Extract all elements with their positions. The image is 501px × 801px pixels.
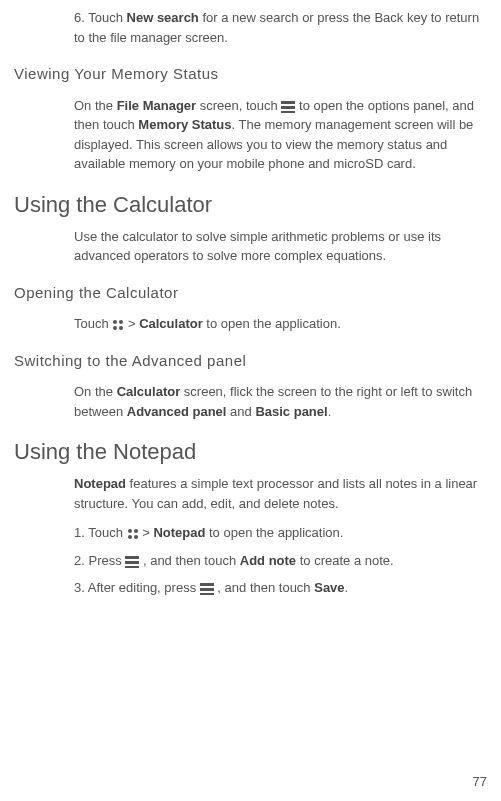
list-item-3: 3. After editing, press , and then touch… bbox=[74, 578, 487, 598]
svg-rect-13 bbox=[125, 566, 139, 568]
svg-point-9 bbox=[128, 535, 132, 539]
paragraph: Notepad features a simple text processor… bbox=[74, 474, 487, 513]
paragraph: Use the calculator to solve simple arith… bbox=[74, 227, 487, 266]
menu-icon bbox=[281, 101, 295, 113]
svg-point-3 bbox=[113, 320, 117, 324]
svg-point-4 bbox=[119, 320, 123, 324]
svg-rect-15 bbox=[200, 588, 214, 591]
svg-rect-1 bbox=[281, 106, 295, 109]
text: to open the application. bbox=[203, 316, 341, 331]
svg-rect-11 bbox=[125, 556, 139, 559]
list-item-1: 1. Touch > Notepad to open the applicati… bbox=[74, 523, 487, 543]
bold-text: Add note bbox=[240, 553, 296, 568]
menu-icon bbox=[125, 556, 139, 568]
bold-text: File Manager bbox=[117, 98, 196, 113]
heading-viewing-memory: Viewing Your Memory Status bbox=[14, 63, 487, 86]
text: , and then touch bbox=[214, 580, 314, 595]
text: screen, touch bbox=[196, 98, 281, 113]
bold-text: New search bbox=[127, 10, 199, 25]
bold-text: Notepad bbox=[74, 476, 126, 491]
text: . bbox=[328, 404, 332, 419]
svg-rect-16 bbox=[200, 593, 214, 595]
bold-text: Calculator bbox=[117, 384, 181, 399]
list-item-6: 6. Touch New search for a new search or … bbox=[74, 8, 487, 47]
text: > bbox=[124, 316, 139, 331]
text: . bbox=[345, 580, 349, 595]
apps-grid-icon bbox=[112, 319, 124, 331]
svg-point-6 bbox=[119, 326, 123, 330]
text: to create a note. bbox=[296, 553, 394, 568]
heading-using-calculator: Using the Calculator bbox=[14, 188, 487, 221]
text: to open the application. bbox=[205, 525, 343, 540]
svg-rect-2 bbox=[281, 111, 295, 113]
text: Touch bbox=[88, 10, 126, 25]
heading-switching-advanced: Switching to the Advanced panel bbox=[14, 350, 487, 373]
text: On the bbox=[74, 384, 117, 399]
paragraph: On the File Manager screen, touch to ope… bbox=[74, 96, 487, 174]
heading-using-notepad: Using the Notepad bbox=[14, 435, 487, 468]
list-item-2: 2. Press , and then touch Add note to cr… bbox=[74, 551, 487, 571]
paragraph: Touch > Calculator to open the applicati… bbox=[74, 314, 487, 334]
bold-text: Memory Status bbox=[138, 117, 231, 132]
svg-point-10 bbox=[134, 535, 138, 539]
svg-point-7 bbox=[128, 529, 132, 533]
text: On the bbox=[74, 98, 117, 113]
bold-text: Save bbox=[314, 580, 344, 595]
item-number: 1. bbox=[74, 525, 85, 540]
text: After editing, press bbox=[88, 580, 200, 595]
page-number: 77 bbox=[473, 772, 487, 792]
bold-text: Advanced panel bbox=[127, 404, 227, 419]
item-number: 2. bbox=[74, 553, 85, 568]
svg-rect-14 bbox=[200, 583, 214, 586]
svg-point-5 bbox=[113, 326, 117, 330]
text: , and then touch bbox=[139, 553, 239, 568]
text: > bbox=[139, 525, 154, 540]
text: and bbox=[226, 404, 255, 419]
heading-opening-calculator: Opening the Calculator bbox=[14, 282, 487, 305]
bold-text: Calculator bbox=[139, 316, 203, 331]
text: Press bbox=[88, 553, 125, 568]
svg-rect-0 bbox=[281, 101, 295, 104]
text: Touch bbox=[74, 316, 112, 331]
svg-rect-12 bbox=[125, 561, 139, 564]
item-number: 3. bbox=[74, 580, 85, 595]
item-number: 6. bbox=[74, 10, 85, 25]
svg-point-8 bbox=[134, 529, 138, 533]
apps-grid-icon bbox=[127, 528, 139, 540]
text: Touch bbox=[88, 525, 126, 540]
bold-text: Basic panel bbox=[255, 404, 327, 419]
paragraph: On the Calculator screen, flick the scre… bbox=[74, 382, 487, 421]
bold-text: Notepad bbox=[153, 525, 205, 540]
menu-icon bbox=[200, 583, 214, 595]
text: features a simple text processor and lis… bbox=[74, 476, 477, 511]
